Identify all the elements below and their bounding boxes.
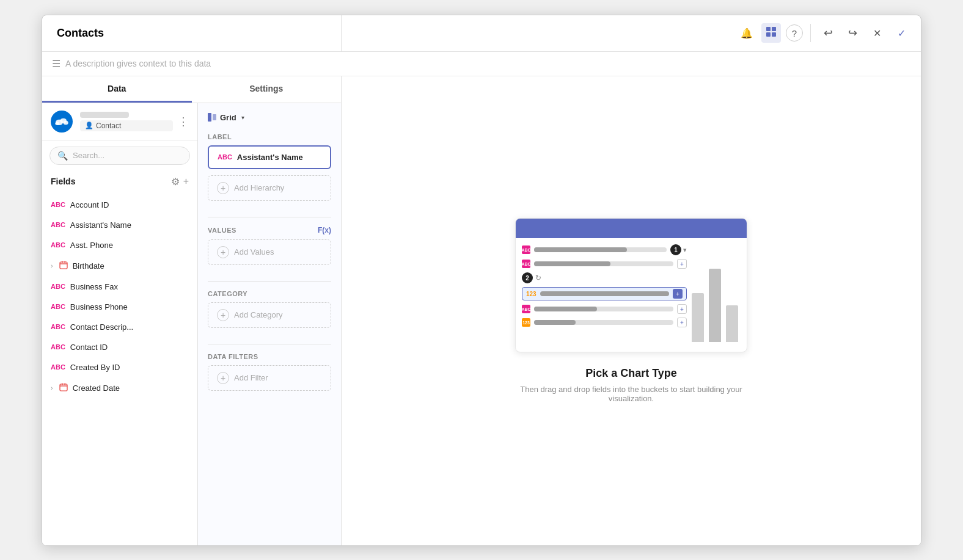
add-hierarchy-btn[interactable]: + Add Hierarchy xyxy=(208,175,331,201)
description-placeholder[interactable]: A description gives context to this data xyxy=(65,59,211,68)
left-panel: Data Settings xyxy=(42,76,342,545)
field-item-contact-id[interactable]: ABC Contact ID xyxy=(42,337,197,357)
help-btn[interactable]: ? xyxy=(786,24,803,42)
svg-rect-12 xyxy=(60,384,67,391)
search-input[interactable] xyxy=(73,151,182,160)
chevron-down-icon: ▾ xyxy=(241,114,244,121)
tab-data[interactable]: Data xyxy=(42,76,192,103)
field-item-assistants-name[interactable]: ABC Assistant's Name xyxy=(42,215,197,235)
add-hierarchy-label: Add Hierarchy xyxy=(234,183,284,192)
field-type-abc: ABC xyxy=(51,221,65,228)
bell-icon-btn[interactable]: 🔔 xyxy=(737,23,756,43)
svg-rect-15 xyxy=(64,383,65,385)
chart-highlighted-add-btn[interactable]: + xyxy=(673,289,683,299)
field-item-asst-phone[interactable]: ABC Asst. Phone xyxy=(42,235,197,255)
field-type-abc: ABC xyxy=(51,363,65,371)
field-item-created-date[interactable]: › Created Date xyxy=(42,377,197,399)
close-btn[interactable]: ✕ xyxy=(867,23,887,43)
svg-point-6 xyxy=(64,120,68,125)
field-item-created-by-id[interactable]: ABC Created By ID xyxy=(42,357,197,377)
add-row-btn-1[interactable]: + xyxy=(677,259,687,269)
add-filter-btn[interactable]: + Add Filter xyxy=(208,365,331,391)
chart-right-bars xyxy=(692,244,741,347)
field-type-abc: ABC xyxy=(51,283,65,290)
chart-bar-v-1 xyxy=(692,293,704,342)
chart-row-bar-fill-2 xyxy=(534,261,610,266)
title-section: Contacts xyxy=(42,15,342,51)
fields-icons: ⚙ + xyxy=(171,176,189,187)
field-item-birthdate[interactable]: › Birthdate xyxy=(42,255,197,277)
chart-row-icon-abc-1: ABC xyxy=(522,245,530,254)
tab-settings[interactable]: Settings xyxy=(192,76,342,103)
field-name: Assistant's Name xyxy=(70,220,131,230)
svg-rect-2 xyxy=(766,32,771,37)
add-values-btn[interactable]: + Add Values xyxy=(208,239,331,265)
redo-icon: ↪ xyxy=(848,26,857,40)
top-actions: 🔔 ? ↩ ↪ xyxy=(342,15,921,51)
field-type-abc: ABC xyxy=(51,323,65,330)
fields-label: Fields xyxy=(51,176,166,186)
field-item-business-phone[interactable]: ABC Business Phone xyxy=(42,297,197,317)
chart-preview: ABC 1 ▾ ABC xyxy=(515,218,747,352)
add-filter-plus-icon: + xyxy=(217,372,229,384)
fields-add-btn[interactable]: + xyxy=(183,176,189,187)
add-category-label: Add Category xyxy=(234,310,283,319)
chart-row-bar-fill xyxy=(534,247,627,252)
grid-icon xyxy=(208,113,216,122)
svg-rect-11 xyxy=(64,261,65,263)
chart-bar-v-3 xyxy=(726,305,738,342)
undo-icon: ↩ xyxy=(824,26,833,40)
add-values-label: Add Values xyxy=(234,247,274,256)
section-divider-3 xyxy=(208,344,331,344)
grid-selector[interactable]: Grid ▾ xyxy=(208,113,331,122)
field-item-business-fax[interactable]: ABC Business Fax xyxy=(42,277,197,297)
section-label-values: VALUES xyxy=(208,227,318,234)
search-box: 🔍 xyxy=(49,147,190,165)
check-icon: ✓ xyxy=(898,27,906,39)
undo-btn[interactable]: ↩ xyxy=(818,23,838,43)
add-category-btn[interactable]: + Add Category xyxy=(208,302,331,328)
add-row-btn-2[interactable]: + xyxy=(677,304,687,314)
chart-bar-v-2 xyxy=(709,269,721,342)
field-name: Created Date xyxy=(73,384,120,393)
redo-btn[interactable]: ↪ xyxy=(843,23,862,43)
right-panel: ABC 1 ▾ ABC xyxy=(342,76,921,545)
fields-settings-btn[interactable]: ⚙ xyxy=(171,176,180,187)
salesforce-header: 👤 Contact ⋮ xyxy=(42,103,197,140)
pill-field-name: Assistant's Name xyxy=(237,153,303,162)
grid-label: Grid xyxy=(220,113,236,122)
field-item-account-id[interactable]: ABC Account ID xyxy=(42,195,197,215)
svg-rect-1 xyxy=(772,27,776,31)
svg-rect-10 xyxy=(62,261,63,263)
add-row-btn-3[interactable]: + xyxy=(677,318,687,327)
grid-view-btn[interactable] xyxy=(761,23,781,43)
expand-arrow-icon: › xyxy=(51,384,53,391)
chart-row-bar-bg-4 xyxy=(534,320,673,325)
field-type-abc: ABC xyxy=(51,201,65,208)
fx-button[interactable]: F(x) xyxy=(318,226,331,235)
description-bar: ☰ A description gives context to this da… xyxy=(42,52,921,76)
pick-chart-description: Then drag and drop fields into the bucke… xyxy=(503,385,760,403)
pill-type: ABC xyxy=(218,153,232,161)
chart-row-icon-abc-2: ABC xyxy=(522,260,530,268)
chart-num-label: 123 xyxy=(526,291,536,297)
field-name: Created By ID xyxy=(70,363,120,372)
check-btn[interactable]: ✓ xyxy=(892,23,911,43)
svg-rect-0 xyxy=(766,27,771,31)
field-item-contact-descrip[interactable]: ABC Contact Descrip... xyxy=(42,317,197,337)
field-type-abc: ABC xyxy=(51,303,65,310)
svg-point-7 xyxy=(55,122,59,125)
page-title: Contacts xyxy=(57,27,104,40)
top-header: Contacts 🔔 ? ↩ xyxy=(42,15,921,52)
chart-inner: ABC 1 ▾ ABC xyxy=(516,238,747,352)
add-icon: + xyxy=(183,176,189,186)
field-name: Birthdate xyxy=(73,261,104,271)
add-plus-icon: + xyxy=(217,182,229,194)
selected-field-pill[interactable]: ABC Assistant's Name xyxy=(208,145,331,169)
chart-row-bar-bg-3 xyxy=(534,307,673,311)
expand-arrow-icon: › xyxy=(51,262,53,269)
fields-list: ABC Account ID ABC Assistant's Name ABC … xyxy=(42,192,197,545)
more-options-btn[interactable]: ⋮ xyxy=(178,115,189,128)
label-values-column: Grid ▾ LABEL ABC Assistant's Name + Add … xyxy=(198,103,341,545)
settings-icon: ⚙ xyxy=(171,176,180,187)
